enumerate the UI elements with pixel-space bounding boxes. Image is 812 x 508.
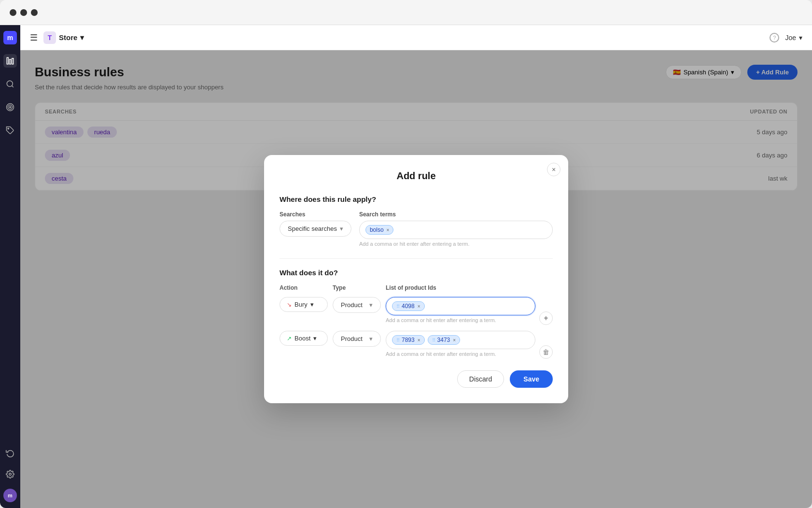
- row1-action-label: Bury: [294, 301, 308, 308]
- modal-footer: Discard Save: [280, 370, 553, 388]
- row1-tag-input-field[interactable]: [428, 303, 529, 310]
- app-container: m m ☰ T Store: [0, 25, 812, 508]
- svg-point-5: [8, 105, 13, 110]
- user-info[interactable]: Joe ▾: [785, 34, 802, 42]
- window-chrome: [0, 0, 812, 25]
- row1-type-chevron: ▾: [369, 301, 373, 309]
- product-ids-header: List of product Ids: [386, 284, 553, 294]
- search-terms-field-group: Search terms bolso × Add a comma or hit …: [359, 211, 553, 247]
- store-chevron: ▾: [80, 33, 84, 42]
- sidebar-item-search[interactable]: [3, 77, 17, 91]
- section2-title: What does it do?: [280, 268, 553, 277]
- user-avatar[interactable]: m: [3, 489, 17, 502]
- add-row-button[interactable]: +: [539, 311, 553, 325]
- modal-title: Add rule: [280, 170, 553, 182]
- top-bar-right: ? Joe ▾: [770, 33, 802, 42]
- row1-product-ids-input[interactable]: ⠿ 4098 ×: [386, 297, 535, 315]
- svg-point-3: [7, 81, 13, 86]
- row1-side: +: [539, 297, 553, 325]
- remove-tag-7893[interactable]: ×: [418, 338, 420, 343]
- row2-product-ids-group: ⠿ 7893 × ⠿ 3473 ×: [386, 331, 535, 357]
- store-name: Store: [59, 33, 77, 42]
- searches-chevron: ▾: [340, 225, 343, 232]
- modal: × Add rule Where does this rule apply? S…: [264, 155, 568, 403]
- row2-type-label: Product: [341, 335, 363, 342]
- modal-close-button[interactable]: ×: [547, 163, 560, 176]
- row2-action-dropdown[interactable]: ↗ Boost ▾: [280, 331, 328, 346]
- traffic-light-close[interactable]: [10, 9, 16, 16]
- search-tag-bolso: bolso ×: [365, 225, 394, 235]
- searches-value: Specific searches: [288, 225, 337, 232]
- remove-tag-bolso[interactable]: ×: [387, 227, 390, 233]
- svg-point-8: [9, 473, 12, 476]
- bury-icon: ↘: [287, 301, 292, 308]
- sidebar-item-settings[interactable]: [3, 467, 17, 481]
- sidebar-logo: m: [3, 31, 17, 44]
- row2-main: ↗ Boost ▾ Product ▾: [280, 331, 535, 357]
- top-bar: ☰ T Store ▾ ? Joe ▾: [20, 25, 812, 50]
- svg-rect-2: [12, 58, 14, 64]
- store-letter: T: [43, 31, 56, 44]
- traffic-light-maximize[interactable]: [31, 9, 38, 16]
- row2-product-ids-input[interactable]: ⠿ 7893 × ⠿ 3473 ×: [386, 331, 535, 349]
- action-row-1: ↘ Bury ▾ Product ▾: [280, 297, 553, 325]
- row1-action-dropdown[interactable]: ↘ Bury ▾: [280, 297, 328, 312]
- sidebar-item-chart[interactable]: [3, 54, 17, 68]
- row2-action-chevron: ▾: [313, 335, 317, 342]
- sidebar-item-target[interactable]: [3, 100, 17, 114]
- drag-dots-icon: ⠿: [396, 304, 400, 309]
- user-name: Joe: [785, 34, 796, 42]
- remove-tag-4098[interactable]: ×: [418, 304, 420, 309]
- searches-field-group: Searches Specific searches ▾: [280, 211, 351, 237]
- row2-type-dropdown[interactable]: Product ▾: [333, 331, 381, 347]
- help-icon[interactable]: ?: [770, 33, 779, 42]
- delete-row-button[interactable]: 🗑: [539, 345, 553, 359]
- drag-dots-icon: ⠿: [432, 338, 435, 343]
- row2-helper-text: Add a comma or hit enter after entering …: [386, 351, 535, 357]
- drag-dots-icon: ⠿: [396, 338, 400, 343]
- search-terms-label: Search terms: [359, 211, 553, 218]
- search-helper-text: Add a comma or hit enter after entering …: [359, 241, 553, 247]
- user-chevron: ▾: [799, 34, 802, 42]
- modal-section-what: What does it do? Action Type List of pro…: [280, 268, 553, 359]
- sidebar-item-history[interactable]: [3, 446, 17, 460]
- discard-button[interactable]: Discard: [457, 370, 504, 388]
- row2-tag-3473: ⠿ 3473 ×: [428, 335, 461, 345]
- column-headers: Action Type List of product Ids: [280, 284, 553, 294]
- row1-action-chevron: ▾: [310, 301, 314, 308]
- search-terms-input[interactable]: bolso ×: [359, 221, 553, 239]
- svg-point-7: [8, 128, 9, 129]
- section1-fields: Searches Specific searches ▾ Search term…: [280, 211, 553, 247]
- store-selector[interactable]: T Store ▾: [43, 31, 84, 44]
- action-row-2: ↗ Boost ▾ Product ▾: [280, 331, 553, 359]
- searches-label: Searches: [280, 211, 351, 218]
- tag-id: 4098: [402, 303, 415, 310]
- row2-type-chevron: ▾: [369, 335, 373, 342]
- sidebar-item-tag[interactable]: [3, 124, 17, 137]
- tag-id: 3473: [437, 337, 450, 343]
- searches-dropdown[interactable]: Specific searches ▾: [280, 221, 351, 237]
- boost-icon: ↗: [287, 335, 292, 342]
- row1-product-ids-group: ⠿ 4098 × Add a comma or hit enter after …: [386, 297, 535, 323]
- tag-text: bolso: [370, 226, 384, 233]
- sidebar-narrow: m m: [0, 25, 20, 508]
- action-header: Action: [280, 284, 328, 294]
- type-header: Type: [333, 284, 381, 294]
- traffic-lights: [10, 9, 38, 16]
- menu-icon[interactable]: ☰: [30, 32, 38, 43]
- row1-helper-text: Add a comma or hit enter after entering …: [386, 317, 535, 323]
- traffic-light-minimize[interactable]: [20, 9, 27, 16]
- modal-overlay: × Add rule Where does this rule apply? S…: [20, 50, 812, 508]
- tag-id: 7893: [402, 337, 415, 343]
- main-area: ☰ T Store ▾ ? Joe ▾ Business rules Set t…: [20, 25, 812, 508]
- row1-main: ↘ Bury ▾ Product ▾: [280, 297, 535, 323]
- divider: [280, 258, 553, 259]
- sidebar-bottom: m: [3, 446, 17, 502]
- svg-rect-1: [10, 59, 11, 64]
- row1-tag-4098: ⠿ 4098 ×: [392, 301, 425, 311]
- save-button[interactable]: Save: [510, 370, 553, 388]
- remove-tag-3473[interactable]: ×: [453, 338, 456, 343]
- modal-section-where: Where does this rule apply? Searches Spe…: [280, 195, 553, 247]
- row1-type-dropdown[interactable]: Product ▾: [333, 297, 381, 313]
- row2-action-label: Boost: [294, 335, 310, 342]
